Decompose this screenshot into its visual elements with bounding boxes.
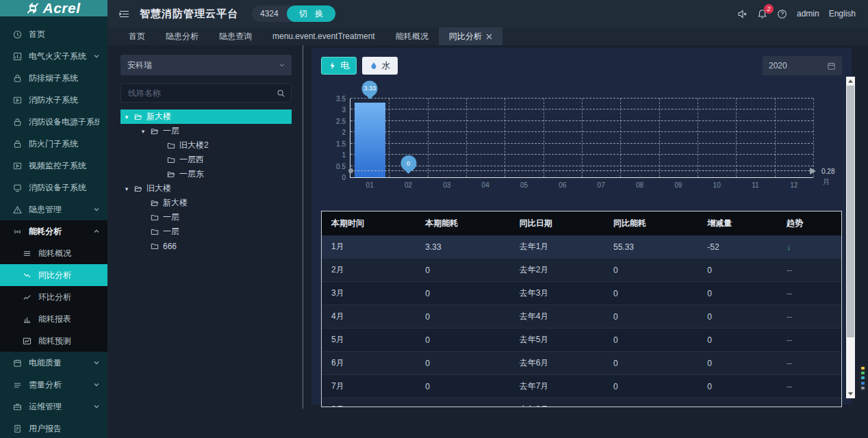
tree-node[interactable]: 新大楼: [120, 196, 292, 210]
scrollbar-down-icon[interactable]: [846, 389, 855, 398]
tree-node-label: 一层: [163, 211, 179, 223]
switch-button[interactable]: 切 换: [287, 5, 335, 22]
sidebar-item[interactable]: 消防设备电源子系统: [0, 111, 107, 133]
electric-toggle[interactable]: 电: [321, 57, 357, 75]
sidebar-item[interactable]: 隐患管理: [0, 198, 107, 220]
sidebar-item[interactable]: 消防设备子系统: [0, 177, 107, 198]
tree-node[interactable]: ▾旧大楼: [120, 181, 292, 196]
language-switch[interactable]: English: [829, 9, 856, 18]
sidebar-item[interactable]: 消防水子系统: [0, 89, 107, 111]
close-icon[interactable]: [486, 34, 492, 40]
bolt-icon: [329, 62, 337, 70]
sidebar-item-label: 隐患管理: [29, 204, 87, 216]
table-row[interactable]: 5月0去年5月00--: [322, 328, 841, 352]
x-axis-tick: 04: [482, 181, 489, 189]
tree-node[interactable]: 666: [120, 239, 292, 253]
sidebar-item-label: 防排烟子系统: [29, 73, 99, 84]
table-row[interactable]: 3月0去年3月00--: [322, 282, 841, 305]
table-row[interactable]: 8月0去年8月00--: [322, 398, 841, 408]
help-icon[interactable]: [777, 9, 787, 19]
content-area: 安科瑞 ▾新大楼▾一层旧大楼2一层西一层东▾旧大楼新大楼一层一层666: [107, 45, 868, 438]
sidebar-item[interactable]: 电能质量: [0, 352, 107, 374]
sidebar-item[interactable]: 运维管理: [0, 396, 107, 417]
table-cell: 0: [416, 352, 509, 375]
search-input[interactable]: [121, 88, 270, 98]
trend-flat-icon: --: [787, 335, 792, 345]
tree-node[interactable]: 一层: [120, 224, 292, 239]
chart-toolbar: 电 水 2020: [321, 56, 842, 75]
table-cell: 6月: [322, 352, 416, 375]
tab-item[interactable]: 隐患查询: [209, 27, 262, 45]
content-scrollbar[interactable]: [846, 77, 855, 398]
folder-closed: [167, 142, 175, 150]
table-header-cell: 本期时间: [322, 211, 416, 235]
sidebar-subitem[interactable]: 同比分析: [0, 264, 107, 286]
table-row[interactable]: 4月0去年4月00--: [322, 305, 841, 328]
sidebar-item-label: 消防设备子系统: [29, 182, 99, 194]
sidebar-item[interactable]: 电气火灾子系统: [0, 45, 107, 67]
search-icon[interactable]: [270, 89, 291, 98]
project-switch-group: 4324 切 换: [252, 5, 335, 22]
sidebar-subitem[interactable]: 能耗预测: [0, 330, 107, 352]
warning-icon: [13, 205, 22, 214]
table-cell: 去年4月: [510, 305, 604, 328]
table-row[interactable]: 2月0去年2月00--: [322, 259, 841, 282]
table-cell: 去年2月: [510, 259, 604, 282]
trend-flat-icon: --: [787, 289, 792, 298]
tree-caret-icon[interactable]: ▾: [123, 114, 130, 120]
sidebar-item[interactable]: 能耗分析: [0, 220, 107, 242]
menu-fold-icon[interactable]: [118, 8, 130, 20]
sidebar-item-label: 需量分析: [29, 379, 87, 391]
table-row[interactable]: 1月3.33去年1月55.33-52↓: [322, 235, 841, 259]
bell-icon[interactable]: 2: [757, 9, 767, 19]
sidebar-subitem-label: 能耗概况: [38, 248, 71, 259]
speaker-muted-icon[interactable]: [737, 9, 748, 19]
tree-caret-icon[interactable]: ▾: [140, 128, 146, 135]
user-menu[interactable]: admin: [797, 9, 819, 18]
trend-flat-icon: --: [787, 266, 792, 275]
tree-node[interactable]: 一层东: [120, 167, 292, 181]
sidebar-subitem[interactable]: 能耗报表: [0, 308, 107, 330]
tree-node[interactable]: ▾新大楼: [120, 110, 292, 124]
trend-flat-icon: --: [787, 312, 792, 322]
tab-item[interactable]: 隐患分析: [155, 27, 209, 45]
sidebar-item[interactable]: 需量分析: [0, 374, 107, 396]
sidebar-item-label: 用户报告: [29, 423, 99, 435]
table-header-cell: 同比能耗: [604, 211, 698, 235]
sidebar-item[interactable]: 首页: [0, 23, 107, 45]
sidebar-item[interactable]: 视频监控子系统: [0, 155, 107, 177]
sidebar-item[interactable]: 防排烟子系统: [0, 67, 107, 89]
y-axis-tick: 1: [342, 151, 346, 159]
tree-node-label: 新大楼: [146, 111, 171, 123]
tree-node[interactable]: 旧大楼2: [120, 138, 292, 153]
table-cell: 0: [698, 282, 777, 305]
tab-item[interactable]: menu.event.eventTreatment: [262, 27, 385, 45]
tree-node[interactable]: ▾一层: [120, 124, 292, 138]
scrollbar-thumb[interactable]: [847, 86, 854, 337]
sidebar-subitem[interactable]: 能耗概况: [0, 242, 107, 264]
x-axis-tick: 07: [598, 181, 605, 189]
table-row[interactable]: 7月0去年7月00--: [322, 375, 841, 398]
tab-item[interactable]: 能耗概况: [385, 27, 439, 45]
tree-node[interactable]: 一层: [120, 210, 292, 224]
average-markline: 0.28: [350, 170, 813, 171]
year-picker[interactable]: 2020: [763, 56, 842, 75]
tab-item[interactable]: 首页: [118, 27, 155, 45]
sidebar-item[interactable]: 用户报告: [0, 417, 107, 438]
tree-node-label: 一层西: [179, 154, 204, 166]
bar-chart-icon: [23, 315, 31, 324]
table-row[interactable]: 6月0去年6月00--: [322, 352, 841, 375]
calendar-icon: [827, 62, 836, 70]
water-toggle[interactable]: 水: [362, 57, 398, 75]
folder-open: [134, 185, 142, 193]
minimap-dot: [861, 387, 865, 389]
company-select[interactable]: 安科瑞: [120, 55, 292, 75]
sidebar-subitem[interactable]: 环比分析: [0, 286, 107, 308]
tab-active[interactable]: 同比分析: [439, 27, 502, 45]
markline-label: 0.28: [821, 167, 834, 175]
tree-caret-icon[interactable]: ▾: [123, 185, 130, 192]
sidebar-item[interactable]: 防火门子系统: [0, 133, 107, 155]
scrollbar-up-icon[interactable]: [846, 77, 855, 86]
bar-month-01[interactable]: [355, 103, 385, 177]
tree-node[interactable]: 一层西: [120, 153, 292, 167]
